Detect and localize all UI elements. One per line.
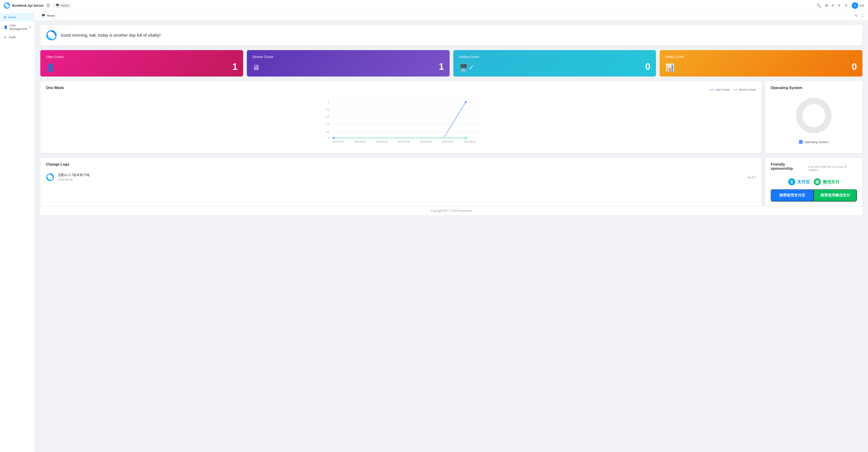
- refresh-icon[interactable]: ↻: [855, 14, 858, 18]
- changelog-item-date: 2024-08-29: [58, 178, 744, 181]
- changelog-card: Change Logs 适配v1.2.7版本客户端 2024-08-29 v1.…: [40, 158, 762, 206]
- tab-home-icon: 🖥️: [56, 4, 59, 7]
- legend-user-count: User Count: [710, 88, 730, 91]
- wechat-name: 微信支付: [823, 179, 839, 185]
- os-legend-box: [799, 140, 803, 144]
- search-icon[interactable]: 🔍: [816, 3, 821, 8]
- svg-text:0: 0: [328, 137, 329, 139]
- chevron-down-icon: ▼: [29, 26, 32, 29]
- alipay-logo: 支 支付宝: [788, 178, 810, 185]
- sidebar-item-user-management[interactable]: 👤 User Management ▼: [0, 21, 34, 33]
- user-data-point-end: [465, 101, 467, 103]
- svg-text:2024-09-08: 2024-09-08: [464, 141, 475, 143]
- one-week-chart-card: One Week User Count Device Count: [40, 81, 762, 153]
- os-chart-title: Operating System: [771, 86, 802, 90]
- main-layout: ⊞ Home 👤 User Management ▼ ⚠ Audit 🖥️ Ho…: [0, 11, 868, 452]
- menu-toggle-icon[interactable]: ☰: [46, 3, 50, 8]
- svg-text:1: 1: [328, 101, 329, 103]
- chart-legend: User Count Device Count: [710, 88, 756, 91]
- welcome-banner: Good morning, kali, today is another day…: [40, 25, 862, 46]
- user-data-point: [333, 137, 335, 139]
- stats-grid: User Count 👤 1 Device Count 🖥 1: [40, 50, 862, 77]
- svg-text:0.8: 0.8: [326, 108, 329, 111]
- footer-text: Copyright MIT © 2024 lantongxue: [431, 209, 472, 212]
- stat-device-title: Device Count: [252, 55, 444, 59]
- svg-text:0.6: 0.6: [326, 116, 329, 118]
- one-week-chart-title: One Week: [46, 86, 64, 90]
- svg-text:2024-09-05: 2024-09-05: [398, 141, 410, 143]
- sidebar-item-home[interactable]: ⊞ Home: [0, 13, 34, 21]
- alipay-sponsor-button[interactable]: 推荐使用支付宝: [771, 189, 814, 202]
- svg-text:2024-09-03: 2024-09-03: [354, 141, 366, 143]
- legend-device-count: Device Count: [733, 88, 756, 91]
- sidebar-item-audit[interactable]: ⚠ Audit: [0, 33, 34, 41]
- home-icon: ⊞: [4, 15, 6, 19]
- svg-point-21: [799, 101, 828, 130]
- sidebar-item-home-label: Home: [8, 16, 17, 19]
- welcome-message: Good morning, kali, today is another day…: [61, 33, 161, 38]
- os-chart-card: Operating System Operating System: [765, 81, 862, 153]
- content-tab-home-icon: 🖥️: [41, 14, 45, 18]
- chart-header: One Week User Count Device Count: [46, 86, 756, 94]
- stat-user-title: User Count: [46, 55, 238, 59]
- stat-card-device: Device Count 🖥 1: [247, 50, 450, 77]
- fullscreen-icon[interactable]: ⛶: [861, 14, 864, 18]
- app-logo-icon: [4, 2, 10, 9]
- legend-user-dot: [710, 90, 714, 90]
- translate-icon[interactable]: A: [832, 3, 834, 8]
- svg-text:2024-09-07: 2024-09-07: [442, 141, 454, 143]
- stat-card-visits: Visits Count 📊 0: [660, 50, 862, 77]
- header-tab-home[interactable]: 🖥️ Home: [53, 3, 72, 8]
- header-left: Rustdesk Api Server ☰ 🖥️ Home: [4, 2, 72, 9]
- legend-device-label: Device Count: [739, 88, 756, 91]
- donut-chart-svg: [793, 95, 835, 137]
- wechat-logo: 微 微信支付: [813, 178, 839, 185]
- footer: Copyright MIT © 2024 lantongxue: [40, 206, 862, 215]
- user-info[interactable]: K kali: [852, 2, 864, 9]
- user-avatar: K: [852, 2, 858, 9]
- content-tab-bar: 🖥️ Home ↻ ⛶: [35, 11, 868, 21]
- user-name: kali: [860, 4, 864, 7]
- changelog-item-info: 适配v1.2.7版本客户端 2024-08-29: [58, 173, 744, 181]
- svg-text:2024-09-02: 2024-09-02: [333, 141, 345, 143]
- asterisk-icon[interactable]: ✳: [838, 3, 841, 8]
- top-header: Rustdesk Api Server ☰ 🖥️ Home 🔍 ⊞ A ✳ Ａ …: [0, 0, 868, 11]
- sidebar: ⊞ Home 👤 User Management ▼ ⚠ Audit: [0, 11, 35, 452]
- stat-device-value: 1: [439, 61, 444, 72]
- changelog-title: Change Logs: [46, 162, 756, 167]
- alipay-name: 支付宝: [797, 179, 810, 185]
- grid-icon[interactable]: ⊞: [825, 3, 828, 8]
- svg-text:支: 支: [790, 180, 794, 184]
- content-tab-home-label: Home: [46, 14, 55, 18]
- svg-text:2024-09-04: 2024-09-04: [376, 141, 388, 143]
- content-area: 🖥️ Home ↻ ⛶ Good morning, kali, today is…: [35, 11, 868, 452]
- welcome-logo-icon: [46, 30, 57, 41]
- stat-card-online: Online Count 🖥️✓ 0: [453, 50, 656, 77]
- sponsor-logos: 支 支付宝 微 微信支付: [771, 178, 857, 185]
- page-content: Good morning, kali, today is another day…: [35, 21, 868, 220]
- legend-user-label: User Count: [715, 88, 730, 91]
- font-icon[interactable]: Ａ: [844, 3, 848, 8]
- bottom-row: Change Logs 适配v1.2.7版本客户端 2024-08-29 v1.…: [40, 158, 862, 206]
- changelog-logo-icon: [46, 173, 54, 181]
- line-chart-svg: 1 0.8 0.6 0.4 0.2 0 2024-09-02 2024-09-0…: [46, 97, 756, 144]
- stat-visits-title: Visits Count: [665, 55, 857, 59]
- changelog-item-title: 适配v1.2.7版本客户端: [58, 173, 744, 177]
- app-name: Rustdesk Api Server: [12, 4, 43, 7]
- stat-card-user: User Count 👤 1: [40, 50, 243, 77]
- stat-visits-value: 0: [852, 61, 857, 72]
- sponsorship-card: Friendly sponsorship Can you treat me to…: [765, 158, 862, 206]
- header-right: 🔍 ⊞ A ✳ Ａ K kali: [816, 2, 864, 9]
- svg-text:2024-09-06: 2024-09-06: [420, 141, 432, 143]
- wechat-sponsor-button[interactable]: 推荐使用微信支付: [814, 189, 857, 202]
- tab-bar-actions: ↻ ⛶: [855, 14, 864, 18]
- svg-text:0.2: 0.2: [326, 130, 329, 133]
- stat-visits-icon: 📊: [665, 63, 675, 72]
- svg-text:0.4: 0.4: [326, 123, 329, 126]
- content-tab-home[interactable]: 🖥️ Home: [38, 13, 58, 19]
- stat-online-title: Online Count: [459, 55, 651, 59]
- changelog-item: 适配v1.2.7版本客户端 2024-08-29 v1.2.7: [46, 170, 756, 184]
- donut-legend: Operating System: [799, 140, 829, 144]
- os-legend-label: Operating System: [805, 140, 829, 144]
- changelog-item-version: v1.2.7: [748, 176, 756, 179]
